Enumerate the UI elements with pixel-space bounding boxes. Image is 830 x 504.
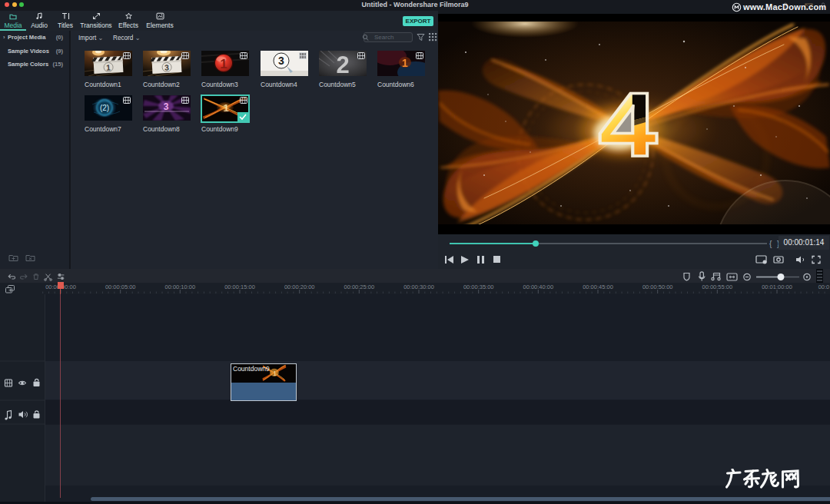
svg-text:00:00:45:00: 00:00:45:00	[583, 284, 613, 290]
svg-text:1: 1	[274, 368, 277, 376]
svg-text:{: {	[769, 240, 772, 248]
svg-text:00:00:50:00: 00:00:50:00	[642, 284, 673, 290]
svg-text:3: 3	[164, 101, 169, 112]
svg-text:00:00:05:00: 00:00:05:00	[105, 284, 136, 290]
svg-text:1: 1	[402, 57, 408, 69]
svg-text:00:00:40:00: 00:00:40:00	[523, 284, 553, 290]
svg-text:4: 4	[599, 74, 656, 174]
svg-text:1: 1	[223, 102, 228, 114]
svg-text:00:00:25:00: 00:00:25:00	[344, 284, 374, 290]
svg-text:1: 1	[106, 62, 111, 71]
svg-text:00:00:30:00: 00:00:30:00	[403, 284, 434, 290]
svg-text:00:00:20:00: 00:00:20:00	[284, 284, 315, 290]
svg-text:3: 3	[278, 55, 284, 67]
svg-text:00:00:15:00: 00:00:15:00	[224, 284, 255, 290]
svg-text:00:00:55:00: 00:00:55:00	[702, 284, 732, 290]
svg-text:00:0: 00:0	[818, 284, 830, 290]
svg-text:00:00:10:00: 00:00:10:00	[164, 284, 195, 290]
svg-text:2: 2	[336, 51, 349, 76]
svg-text:00:00:35:00: 00:00:35:00	[463, 284, 494, 290]
svg-text:1: 1	[220, 57, 227, 71]
svg-text:00:01:00:00: 00:01:00:00	[762, 284, 792, 290]
svg-text:3: 3	[164, 62, 170, 71]
svg-text:(2): (2)	[100, 104, 109, 112]
